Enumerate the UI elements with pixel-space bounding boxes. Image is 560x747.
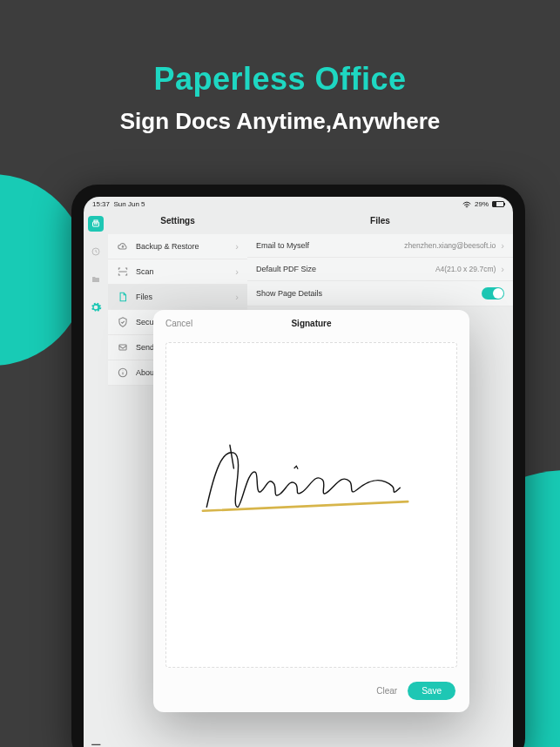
svg-rect-7 [92, 277, 96, 279]
rail-settings-icon[interactable] [88, 299, 104, 315]
row-scan[interactable]: Scan › [108, 259, 247, 285]
rail-clock-icon[interactable] [88, 244, 104, 259]
modal-title: Signature [153, 319, 469, 328]
modal-header: Cancel Signature x [153, 310, 469, 337]
svg-line-10 [203, 501, 408, 511]
row-email[interactable]: Email to Myself zhenzhen.xiang@beesoft.i… [247, 234, 513, 258]
row-backup[interactable]: Backup & Restore › [108, 234, 247, 259]
row-pdf[interactable]: Default PDF Size A4(21.0 x 29.7cm) › [247, 258, 513, 281]
row-security-label: Secu [136, 318, 154, 326]
side-rail: ☰ [84, 211, 108, 747]
battery-percent: 29% [475, 200, 489, 208]
row-files-label: Files [136, 293, 152, 301]
wifi-icon [462, 201, 471, 208]
signature-modal: Cancel Signature x Clear Save [153, 310, 469, 712]
row-details-label: Show Page Details [256, 289, 322, 298]
chevron-right-icon: › [235, 266, 239, 277]
cloud-icon [117, 240, 129, 252]
row-about-label: Abou [136, 368, 154, 377]
signature-canvas[interactable] [165, 342, 457, 668]
files-icon [117, 291, 129, 303]
save-button[interactable]: Save [408, 682, 455, 700]
svg-point-3 [96, 224, 97, 225]
svg-point-2 [94, 224, 95, 225]
row-pdf-label: Default PDF Size [256, 265, 316, 273]
tablet-screen: 15:37 Sun Jun 5 29% [84, 197, 513, 747]
row-pdf-value: A4(21.0 x 29.7cm) [435, 265, 496, 273]
modal-footer: Clear Save [153, 673, 469, 712]
signature-drawing [195, 434, 427, 527]
chevron-right-icon: › [501, 264, 504, 274]
chevron-right-icon: › [235, 241, 239, 252]
row-email-label: Email to Myself [256, 241, 309, 250]
row-details[interactable]: Show Page Details [247, 281, 513, 306]
row-email-value: zhenzhen.xiang@beesoft.io [404, 241, 496, 250]
scan-icon [117, 266, 129, 278]
clear-button[interactable]: Clear [376, 686, 397, 696]
status-right: 29% [462, 200, 504, 208]
svg-rect-8 [119, 345, 126, 350]
details-toggle[interactable] [482, 287, 504, 299]
row-send-label: Send [136, 343, 154, 352]
status-time: 15:37 [92, 200, 110, 208]
hero-subtitle: Sign Docs Anytime,Anywhere [0, 108, 560, 135]
shield-icon [117, 316, 129, 328]
svg-line-11 [230, 445, 233, 468]
status-date: Sun Jun 5 [113, 200, 145, 208]
svg-rect-1 [94, 220, 98, 222]
status-bar: 15:37 Sun Jun 5 29% [84, 197, 513, 212]
battery-icon [492, 201, 504, 207]
row-scan-label: Scan [136, 267, 154, 276]
files-header: Files [247, 211, 513, 234]
tablet-frame: 15:37 Sun Jun 5 29% [71, 185, 525, 747]
row-files[interactable]: Files › [108, 285, 247, 310]
hamburger-icon[interactable]: ☰ [91, 742, 102, 747]
cancel-button[interactable]: Cancel [165, 319, 192, 328]
row-backup-label: Backup & Restore [136, 242, 199, 251]
chevron-right-icon: › [501, 240, 504, 251]
svg-rect-6 [92, 278, 99, 282]
hero: Paperless Office Sign Docs Anytime,Anywh… [0, 61, 560, 135]
send-icon [117, 341, 129, 353]
rail-fax-icon[interactable] [88, 216, 104, 232]
settings-header: Settings [108, 211, 247, 234]
info-icon [117, 367, 129, 379]
chevron-right-icon: › [235, 292, 239, 302]
hero-title: Paperless Office [0, 61, 560, 98]
status-left: 15:37 Sun Jun 5 [92, 200, 145, 208]
svg-point-4 [97, 224, 98, 225]
rail-folder-icon[interactable] [88, 272, 104, 287]
